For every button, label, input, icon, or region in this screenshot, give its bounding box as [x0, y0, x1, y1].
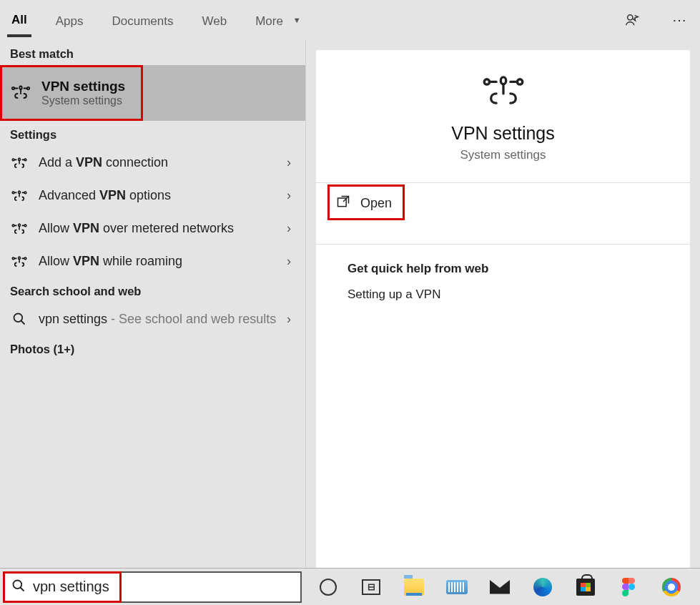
svg-point-11: [14, 314, 23, 323]
best-match-label: Best match: [0, 40, 305, 65]
svg-point-6: [24, 192, 26, 194]
settings-label: Settings: [0, 121, 305, 146]
vpn-icon-large: [316, 70, 690, 110]
tab-documents[interactable]: Documents: [107, 4, 177, 36]
file-explorer-icon[interactable]: [402, 575, 426, 599]
svg-point-7: [12, 225, 14, 227]
search-icon: [10, 312, 29, 326]
best-match-title: VPN settings: [41, 79, 125, 94]
chevron-right-icon: ›: [287, 188, 291, 203]
svg-point-3: [12, 159, 14, 161]
vpn-icon: [10, 156, 29, 169]
tab-web[interactable]: Web: [197, 4, 231, 36]
chevron-right-icon: ›: [287, 254, 291, 269]
vpn-icon: [10, 255, 29, 267]
svg-point-15: [14, 580, 22, 589]
settings-item-label: Advanced VPN options: [39, 188, 171, 203]
preview-subtitle: System settings: [316, 148, 690, 162]
settings-item-advanced-vpn[interactable]: Advanced VPN options ›: [0, 179, 305, 212]
web-search-label: vpn settings - See school and web result…: [39, 312, 276, 327]
settings-item-label: Allow VPN over metered networks: [39, 221, 234, 236]
settings-item-label: Add a VPN connection: [39, 155, 168, 170]
results-pane: Best match VPN settings System settings: [0, 40, 306, 568]
task-view-icon[interactable]: ⊟: [359, 575, 383, 599]
tab-all[interactable]: All: [7, 3, 31, 37]
photos-label: Photos (1+): [0, 335, 305, 360]
mail-icon[interactable]: [488, 575, 512, 599]
tab-more[interactable]: More: [251, 4, 287, 36]
settings-item-add-vpn[interactable]: Add a VPN connection ›: [0, 146, 305, 179]
chevron-right-icon: ›: [287, 221, 291, 236]
svg-point-8: [24, 225, 26, 227]
tab-apps[interactable]: Apps: [51, 4, 88, 36]
chevron-right-icon: ›: [287, 312, 291, 327]
open-button[interactable]: Open: [316, 183, 690, 224]
taskbar-search[interactable]: [3, 571, 302, 603]
edge-icon[interactable]: [531, 575, 555, 599]
taskbar: ⊟: [0, 568, 700, 605]
search-input[interactable]: [33, 579, 293, 595]
search-tabs: All Apps Documents Web More ▼ ⋯: [0, 0, 700, 40]
settings-item-vpn-metered[interactable]: Allow VPN over metered networks ›: [0, 212, 305, 245]
store-icon[interactable]: [573, 575, 598, 599]
figma-icon[interactable]: [616, 575, 641, 599]
settings-item-vpn-roaming[interactable]: Allow VPN while roaming ›: [0, 245, 305, 277]
preview-title: VPN settings: [316, 123, 690, 144]
open-icon: [336, 195, 350, 212]
cortana-icon[interactable]: [316, 575, 340, 599]
best-match-subtitle: System settings: [41, 94, 125, 107]
svg-point-10: [24, 257, 26, 260]
svg-point-0: [628, 15, 633, 20]
web-search-result[interactable]: vpn settings - See school and web result…: [0, 302, 305, 335]
more-options-icon[interactable]: ⋯: [666, 6, 693, 34]
open-label: Open: [360, 196, 392, 211]
search-web-label: Search school and web: [0, 277, 305, 302]
search-icon: [11, 579, 26, 596]
chevron-down-icon: ▼: [293, 16, 301, 24]
chevron-right-icon: ›: [287, 155, 291, 170]
svg-point-9: [12, 257, 14, 260]
keyboard-icon[interactable]: [445, 575, 469, 599]
vpn-icon: [10, 83, 31, 103]
feedback-icon[interactable]: [618, 6, 646, 34]
vpn-icon: [10, 222, 29, 235]
quick-help-link[interactable]: Setting up a VPN: [316, 283, 690, 306]
vpn-icon: [10, 189, 29, 202]
quick-help-label: Get quick help from web: [316, 245, 690, 283]
settings-item-label: Allow VPN while roaming: [39, 254, 182, 269]
preview-pane: VPN settings System settings Open Get qu…: [316, 50, 690, 568]
chrome-icon[interactable]: [659, 575, 684, 599]
best-match-result[interactable]: VPN settings System settings: [0, 65, 305, 121]
svg-point-4: [24, 159, 26, 161]
svg-point-5: [12, 192, 14, 194]
